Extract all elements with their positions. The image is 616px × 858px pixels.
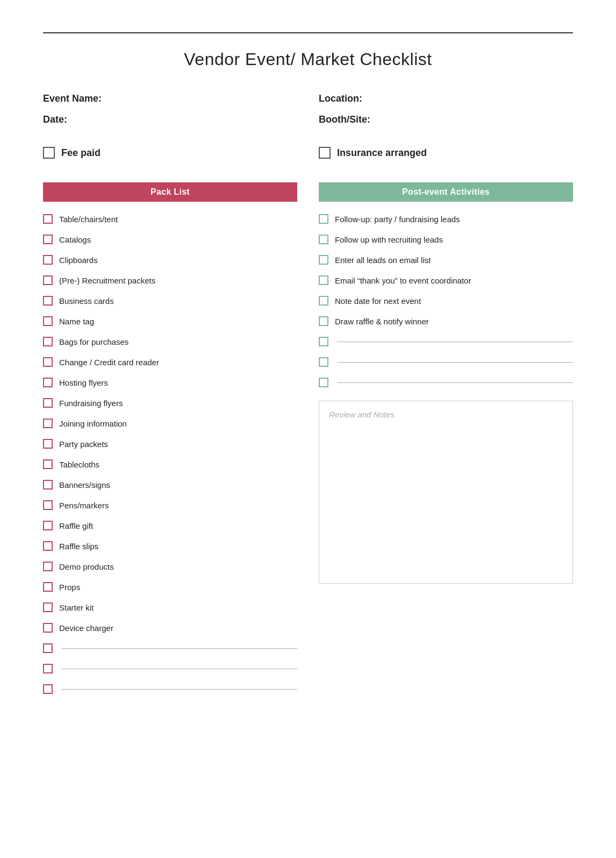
pack-label-15: Raffle gift	[59, 521, 93, 530]
post-blank-line-1[interactable]	[337, 362, 573, 363]
fee-paid-checkbox[interactable]	[43, 147, 55, 159]
pack-checkbox-2[interactable]	[43, 255, 53, 265]
post-label-2: Enter all leads on email list	[335, 256, 431, 265]
pack-item-20: Device charger	[43, 620, 297, 635]
pack-label-18: Props	[59, 583, 80, 592]
pack-checkbox-6[interactable]	[43, 337, 53, 346]
pack-checkbox-3[interactable]	[43, 275, 53, 285]
pack-label-17: Demo products	[59, 562, 114, 571]
pack-label-13: Banners/signs	[59, 480, 110, 490]
pack-checkbox-8[interactable]	[43, 378, 53, 387]
event-name-label: Event Name:	[43, 91, 297, 107]
pack-checkbox-13[interactable]	[43, 480, 53, 490]
post-checkbox-1[interactable]	[319, 235, 328, 244]
post-blank-1	[319, 354, 573, 370]
post-item-3: Email “thank you” to event coordinator	[319, 273, 573, 288]
pack-item-10: Joining information	[43, 416, 297, 431]
post-checkbox-5[interactable]	[319, 316, 328, 326]
main-content: Pack List Table/chairs/tent Catalogs Cli…	[43, 182, 573, 702]
pack-label-16: Raffle slips	[59, 542, 98, 551]
pack-checkbox-12[interactable]	[43, 459, 53, 469]
pack-item-16: Raffle slips	[43, 538, 297, 554]
pack-item-6: Bags for purchases	[43, 334, 297, 349]
pack-checkbox-14[interactable]	[43, 500, 53, 510]
checkbox-meta-section: Fee paid Insurance arranged	[43, 147, 573, 163]
pack-label-0: Table/chairs/tent	[59, 215, 118, 224]
post-checkbox-4[interactable]	[319, 296, 328, 306]
pack-item-2: Clipboards	[43, 252, 297, 267]
post-item-4: Note date for next event	[319, 293, 573, 308]
post-label-5: Draw raffle & notify winner	[335, 317, 429, 326]
pack-item-14: Pens/markers	[43, 498, 297, 513]
pack-label-2: Clipboards	[59, 256, 98, 265]
top-divider	[43, 32, 573, 33]
pack-label-12: Tablecloths	[59, 460, 99, 469]
pack-blank-2	[43, 682, 297, 697]
post-item-1: Follow up with recruiting leads	[319, 232, 573, 247]
pack-checkbox-20[interactable]	[43, 623, 53, 633]
pack-checkbox-0[interactable]	[43, 214, 53, 224]
pack-item-15: Raffle gift	[43, 518, 297, 533]
pack-label-9: Fundraising flyers	[59, 399, 123, 408]
pack-label-4: Business cards	[59, 296, 114, 306]
pack-checkbox-19[interactable]	[43, 602, 53, 612]
insurance-row: Insurance arranged	[319, 147, 573, 159]
pack-checkbox-11[interactable]	[43, 439, 53, 449]
post-blank-line-0[interactable]	[337, 342, 573, 342]
pack-blank-checkbox-1[interactable]	[43, 664, 53, 673]
pack-label-1: Catalogs	[59, 235, 91, 244]
pack-label-20: Device charger	[59, 623, 113, 633]
pack-checkbox-16[interactable]	[43, 541, 53, 551]
pack-checkbox-15[interactable]	[43, 521, 53, 530]
post-checkbox-3[interactable]	[319, 275, 328, 285]
fee-paid-label: Fee paid	[61, 147, 101, 159]
post-checkbox-2[interactable]	[319, 255, 328, 265]
post-item-2: Enter all leads on email list	[319, 252, 573, 267]
pack-checkbox-17[interactable]	[43, 562, 53, 571]
pack-label-8: Hosting flyers	[59, 378, 108, 387]
pack-label-14: Pens/markers	[59, 501, 109, 510]
post-blank-line-2[interactable]	[337, 382, 573, 383]
pack-item-9: Fundraising flyers	[43, 395, 297, 410]
pack-checkbox-9[interactable]	[43, 398, 53, 408]
review-notes-box[interactable]: Review and Notes	[319, 401, 573, 584]
pack-blank-checkbox-0[interactable]	[43, 643, 53, 653]
pack-blank-line-0[interactable]	[61, 648, 297, 649]
pack-item-5: Name tag	[43, 314, 297, 329]
pack-label-19: Starter kit	[59, 603, 94, 612]
post-blank-checkbox-1[interactable]	[319, 357, 328, 367]
location-label: Location:	[319, 91, 573, 107]
post-blank-checkbox-0[interactable]	[319, 337, 328, 346]
pack-checkbox-18[interactable]	[43, 582, 53, 592]
post-checkbox-0[interactable]	[319, 214, 328, 224]
pack-item-17: Demo products	[43, 559, 297, 574]
pack-checkbox-10[interactable]	[43, 419, 53, 428]
pack-blank-1	[43, 661, 297, 676]
pack-blank-line-2[interactable]	[61, 689, 297, 690]
post-blank-2	[319, 375, 573, 390]
pack-item-7: Change / Credit card reader	[43, 354, 297, 370]
pack-label-3: (Pre-) Recruitment packets	[59, 276, 155, 285]
pack-item-13: Banners/signs	[43, 477, 297, 492]
pack-item-4: Business cards	[43, 293, 297, 308]
insurance-checkbox[interactable]	[319, 147, 331, 159]
pack-checkbox-1[interactable]	[43, 235, 53, 244]
pack-item-11: Party packets	[43, 436, 297, 451]
meta-section: Event Name: Location: Date: Booth/Site:	[43, 91, 573, 127]
pack-blank-checkbox-2[interactable]	[43, 684, 53, 694]
pack-blank-0	[43, 641, 297, 656]
post-label-1: Follow up with recruiting leads	[335, 235, 443, 244]
pack-blank-line-1[interactable]	[61, 669, 297, 669]
post-blank-0	[319, 334, 573, 349]
post-item-5: Draw raffle & notify winner	[319, 314, 573, 329]
pack-checkbox-7[interactable]	[43, 357, 53, 367]
date-label: Date:	[43, 112, 297, 127]
pack-checkbox-4[interactable]	[43, 296, 53, 306]
pack-list-column: Pack List Table/chairs/tent Catalogs Cli…	[43, 182, 297, 702]
pack-label-10: Joining information	[59, 419, 127, 428]
pack-checkbox-5[interactable]	[43, 316, 53, 326]
pack-item-18: Props	[43, 579, 297, 594]
post-label-0: Follow-up: party / fundraising leads	[335, 215, 460, 224]
post-label-3: Email “thank you” to event coordinator	[335, 276, 471, 285]
post-blank-checkbox-2[interactable]	[319, 378, 328, 387]
